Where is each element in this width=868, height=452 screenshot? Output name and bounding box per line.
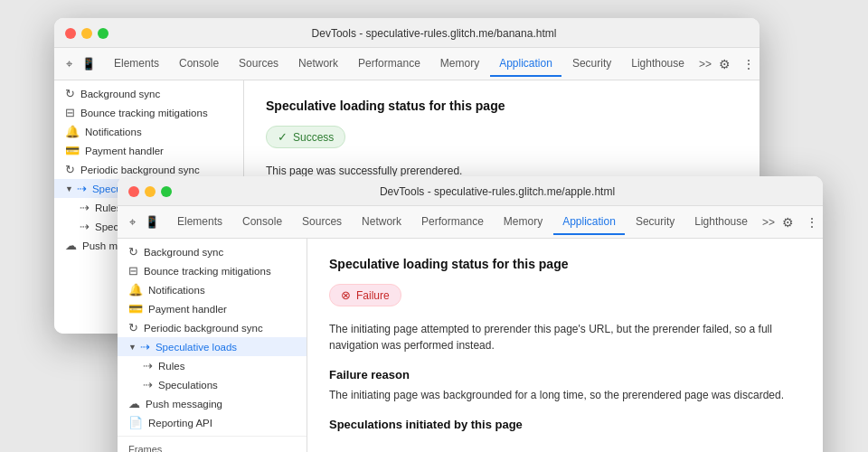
sidebar-label: Payment handler xyxy=(85,146,164,156)
tab-performance-front[interactable]: Performance xyxy=(412,210,493,235)
sidebar-label: Background sync xyxy=(80,89,160,99)
tab-console-back[interactable]: Console xyxy=(170,52,228,77)
status-label-back: Success xyxy=(293,131,334,144)
sidebar-label: Rules xyxy=(158,361,184,372)
tab-sources-front[interactable]: Sources xyxy=(293,210,351,235)
status-text-front: The initiating page attempted to prerend… xyxy=(329,321,801,353)
toolbar-icons-front: ⌖ 📱 xyxy=(125,215,159,230)
tab-more-back[interactable]: >> xyxy=(695,52,715,76)
sidebar-item-bounce-back[interactable]: ⊟ Bounce tracking mitigations xyxy=(54,103,243,122)
tab-security-front[interactable]: Security xyxy=(627,210,684,235)
tab-security-back[interactable]: Security xyxy=(563,52,620,77)
sidebar-item-rules-front[interactable]: ⇢ Rules xyxy=(118,356,307,375)
payment-icon-front: 💳 xyxy=(128,302,143,315)
settings-icon-back[interactable]: ⚙ xyxy=(717,56,733,72)
sidebar-item-payment-back[interactable]: 💳 Payment handler xyxy=(54,141,243,160)
tab-memory-front[interactable]: Memory xyxy=(495,210,552,235)
sidebar-label: Speculations xyxy=(158,380,218,391)
sidebar-item-push-front[interactable]: ☁ Push messaging xyxy=(118,394,307,413)
status-badge-back: ✓ Success xyxy=(266,126,345,148)
sidebar-label: Background sync xyxy=(144,247,223,258)
periodic-icon: ↻ xyxy=(65,163,75,176)
tab-network-back[interactable]: Network xyxy=(289,52,347,77)
payment-icon: 💳 xyxy=(65,144,80,157)
section-title-back: Speculative loading status for this page xyxy=(266,99,738,113)
maximize-button-front[interactable] xyxy=(161,186,172,197)
tab-elements-front[interactable]: Elements xyxy=(168,210,231,235)
sidebar-label: Notifications xyxy=(148,285,205,296)
cursor-icon-front[interactable]: ⌖ xyxy=(125,215,139,230)
push-icon-front: ☁ xyxy=(128,397,140,410)
reporting-icon-front: 📄 xyxy=(128,416,143,429)
sidebar-item-reporting-front[interactable]: 📄 Reporting API xyxy=(118,413,307,432)
failure-icon: ⊗ xyxy=(341,288,351,302)
traffic-lights-back xyxy=(65,28,108,39)
minimize-button-front[interactable] xyxy=(145,186,156,197)
window-title-back: DevTools - speculative-rules.glitch.me/b… xyxy=(119,27,749,40)
sidebar-item-background-sync-back[interactable]: ↻ Background sync xyxy=(54,84,243,103)
rules-icon: ⇢ xyxy=(80,201,90,214)
frames-label: Frames xyxy=(118,436,307,452)
tab-network-front[interactable]: Network xyxy=(353,210,410,235)
speculations-icon-front: ⇢ xyxy=(143,378,153,391)
close-button[interactable] xyxy=(65,28,76,39)
toolbar-icons-back: ⌖ 📱 xyxy=(61,57,96,71)
toolbar-back: ⌖ 📱 Elements Console Sources Network Per… xyxy=(54,48,760,80)
devtools-window-front: DevTools - speculative-rules.glitch.me/a… xyxy=(118,176,823,452)
more-icon-back[interactable]: ⋮ xyxy=(741,56,757,72)
speculative-icon: ⇢ xyxy=(77,182,87,195)
periodic-icon-front: ↻ xyxy=(128,321,138,334)
speculations-icon: ⇢ xyxy=(80,220,90,233)
sidebar-label: Bounce tracking mitigations xyxy=(80,108,208,118)
tab-more-front[interactable]: >> xyxy=(759,211,778,234)
tab-application-back[interactable]: Application xyxy=(490,52,561,77)
cursor-icon[interactable]: ⌖ xyxy=(61,57,76,71)
sidebar-label: Reporting API xyxy=(148,418,212,428)
minimize-button[interactable] xyxy=(81,28,92,39)
main-area-front: ↻ Background sync ⊟ Bounce tracking miti… xyxy=(118,239,823,452)
tab-lighthouse-back[interactable]: Lighthouse xyxy=(622,52,693,77)
sidebar-label: Bounce tracking mitigations xyxy=(144,266,271,277)
more-icon-front[interactable]: ⋮ xyxy=(804,214,820,231)
device-icon[interactable]: 📱 xyxy=(81,57,96,71)
bounce-icon-front: ⊟ xyxy=(128,264,138,278)
tab-sources-back[interactable]: Sources xyxy=(230,52,288,77)
sidebar-item-bounce-front[interactable]: ⊟ Bounce tracking mitigations xyxy=(118,261,307,280)
device-icon-front[interactable]: 📱 xyxy=(145,215,159,230)
close-button-front[interactable] xyxy=(128,186,139,197)
titlebar-front: DevTools - speculative-rules.glitch.me/a… xyxy=(118,176,823,206)
expand-icon: ▼ xyxy=(65,184,73,193)
sidebar-item-background-sync-front[interactable]: ↻ Background sync xyxy=(118,242,307,261)
failure-reason-title: Failure reason xyxy=(329,368,801,381)
rules-icon-front: ⇢ xyxy=(143,359,153,372)
tab-console-front[interactable]: Console xyxy=(233,210,291,235)
status-label-front: Failure xyxy=(356,289,390,302)
section-title-front: Speculative loading status for this page xyxy=(329,257,801,271)
tab-performance-back[interactable]: Performance xyxy=(349,52,429,77)
failure-reason-text: The initiating page was backgrounded for… xyxy=(329,387,801,403)
sidebar-item-notifications-front[interactable]: 🔔 Notifications xyxy=(118,280,307,299)
content-panel-front: Speculative loading status for this page… xyxy=(307,239,823,452)
window-title-front: DevTools - speculative-rules.glitch.me/a… xyxy=(183,185,812,198)
success-icon: ✓ xyxy=(278,130,288,144)
sidebar-label: Speculative loads xyxy=(156,342,237,353)
sidebar-item-speculations-front[interactable]: ⇢ Speculations xyxy=(118,375,307,394)
sidebar-item-speculative-front[interactable]: ▼ ⇢ Speculative loads xyxy=(118,337,307,356)
maximize-button[interactable] xyxy=(98,28,108,39)
sidebar-item-periodic-front[interactable]: ↻ Periodic background sync xyxy=(118,318,307,337)
bounce-icon: ⊟ xyxy=(65,106,75,119)
tab-application-front[interactable]: Application xyxy=(553,210,625,235)
sync-icon: ↻ xyxy=(65,87,75,100)
sidebar-front: ↻ Background sync ⊟ Bounce tracking miti… xyxy=(118,239,307,452)
tab-lighthouse-front[interactable]: Lighthouse xyxy=(685,210,757,235)
sidebar-label: Periodic background sync xyxy=(80,165,200,175)
settings-icon-front[interactable]: ⚙ xyxy=(780,214,797,231)
sidebar-label: Push messaging xyxy=(146,399,222,410)
speculative-icon-front: ⇢ xyxy=(140,340,150,353)
sidebar-item-notifications-back[interactable]: 🔔 Notifications xyxy=(54,122,243,141)
tab-elements-back[interactable]: Elements xyxy=(105,52,168,77)
toolbar-right-back: ⚙ ⋮ xyxy=(717,56,757,72)
tab-memory-back[interactable]: Memory xyxy=(431,52,488,77)
sidebar-item-payment-front[interactable]: 💳 Payment handler xyxy=(118,299,307,318)
status-badge-front: ⊗ Failure xyxy=(329,284,401,306)
